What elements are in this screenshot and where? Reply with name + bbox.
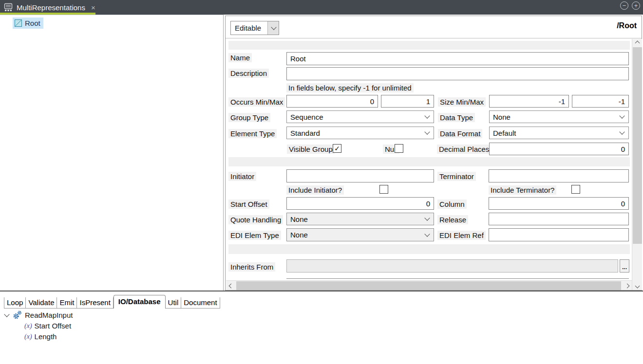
chevron-down-icon (619, 113, 624, 118)
release-input[interactable] (489, 213, 629, 225)
chevron-left-icon (228, 283, 233, 288)
tab-document[interactable]: Document (181, 297, 220, 309)
variable-icon: (x) (24, 333, 32, 341)
scroll-up-button[interactable] (632, 39, 643, 47)
titlebar: MultiRepresentations × − + (0, 0, 643, 15)
vertical-scrollbar-thumb[interactable] (633, 47, 642, 244)
checkmark-icon: ✓ (334, 145, 340, 152)
chevron-down-icon[interactable] (4, 311, 9, 317)
tab-close-icon[interactable]: × (91, 4, 95, 11)
description-label: Description (228, 69, 269, 78)
scroll-right-button[interactable] (622, 281, 632, 291)
decimal-places-input[interactable]: 0 (489, 143, 629, 155)
quote-handling-value: None (290, 215, 308, 223)
initiator-input[interactable] (286, 169, 434, 182)
data-type-value: None (493, 113, 511, 121)
terminator-input[interactable] (489, 169, 629, 182)
scroll-down-button[interactable] (632, 282, 643, 290)
release-label: Release (437, 215, 468, 224)
document-tab-title: MultiRepresentations (17, 3, 85, 12)
tab-ispresent[interactable]: IsPresent (77, 297, 113, 309)
tree-item-start-offset[interactable]: (x) Start Offset (24, 322, 71, 330)
data-type-select[interactable]: None (489, 110, 629, 123)
decimal-places-label: Decimal Places (437, 145, 491, 154)
function-panel: Loop Validate Emit IsPresent IO/Database… (0, 291, 643, 364)
minus-icon: − (623, 2, 626, 9)
edi-elem-type-select[interactable]: None (286, 228, 434, 241)
map-document-icon (4, 3, 13, 12)
description-input[interactable] (286, 67, 629, 80)
tree-item-root-label: Root (25, 19, 40, 27)
occurs-max-input[interactable]: 1 (381, 95, 434, 108)
visible-group-label: Visible Group (287, 145, 335, 154)
unlimited-info-text: In fields below, specify -1 for unlimite… (286, 83, 414, 92)
horizontal-scrollbar[interactable] (226, 280, 632, 290)
zoom-in-button[interactable]: + (632, 1, 640, 10)
visible-group-checkbox[interactable]: ✓ (333, 144, 341, 153)
element-type-label: Element Type (228, 129, 277, 138)
edi-elem-type-value: None (290, 231, 308, 239)
tree-item-start-offset-label: Start Offset (35, 322, 72, 330)
include-initiator-checkbox[interactable] (379, 185, 388, 194)
section-divider (228, 244, 630, 254)
inherits-from-label: Inherits From (228, 262, 275, 272)
column-label: Column (437, 200, 467, 209)
edi-elem-type-label: EDI Elem Type (228, 231, 281, 240)
data-format-value: Default (493, 129, 516, 137)
null-checkbox[interactable] (395, 144, 403, 153)
vertical-scrollbar[interactable] (632, 39, 642, 290)
tree-item-readmapinput[interactable]: ReadMapInput (5, 310, 73, 320)
chevron-right-icon (624, 283, 629, 288)
name-label: Name (228, 53, 252, 62)
size-max-input[interactable]: -1 (572, 95, 629, 108)
data-type-label: Data Type (438, 113, 475, 122)
size-min-input[interactable]: -1 (489, 95, 569, 108)
application-window: MultiRepresentations × − + Root Editable (0, 0, 643, 364)
tab-validate[interactable]: Validate (26, 297, 57, 309)
include-terminator-checkbox[interactable] (571, 185, 580, 194)
name-input[interactable]: Root (286, 52, 629, 65)
inherits-from-input[interactable] (286, 259, 618, 273)
edit-mode-select[interactable]: Editable (230, 21, 279, 35)
group-type-select[interactable]: Sequence (286, 110, 434, 123)
chevron-down-icon (424, 129, 430, 134)
plus-icon: + (634, 2, 638, 9)
data-format-select[interactable]: Default (489, 127, 629, 139)
tree-item-length[interactable]: (x) Length (24, 332, 57, 341)
chevron-down-icon (424, 113, 430, 118)
tab-emit[interactable]: Emit (57, 297, 77, 309)
include-terminator-label: Include Terminator? (489, 185, 556, 195)
chevron-down-icon (635, 284, 640, 289)
edi-elem-ref-input[interactable] (489, 228, 629, 241)
quote-handling-label: Quote Handling (228, 215, 283, 224)
include-initiator-label: Include Initiator? (286, 185, 344, 195)
horizontal-scrollbar-thumb[interactable] (236, 281, 621, 290)
chevron-down-icon (424, 215, 430, 220)
inherits-from-browse-button[interactable]: ... (620, 259, 629, 273)
combo-dropdown-button[interactable] (267, 21, 279, 35)
section-divider (228, 41, 630, 50)
tree-item-readmapinput-label: ReadMapInput (25, 311, 73, 319)
properties-panel: Editable /Root Name Root Description In … (225, 16, 642, 291)
initiator-label: Initiator (228, 172, 256, 181)
edit-mode-value: Editable (231, 24, 261, 32)
node-icon (15, 19, 22, 27)
start-offset-input[interactable]: 0 (286, 197, 434, 210)
tab-util[interactable]: Util (166, 297, 182, 309)
terminator-label: Terminator (437, 172, 476, 181)
node-path-label: /Root (617, 21, 637, 30)
tree-item-length-label: Length (35, 332, 57, 341)
zoom-out-button[interactable]: − (620, 1, 628, 10)
element-type-select[interactable]: Standard (286, 127, 434, 139)
group-type-value: Sequence (290, 113, 323, 121)
occurs-min-input[interactable]: 0 (286, 95, 378, 108)
scroll-left-button[interactable] (226, 281, 236, 291)
properties-toolbar: Editable /Root (226, 16, 642, 38)
schema-tree-panel: Root (0, 15, 224, 291)
tree-item-root[interactable]: Root (13, 18, 43, 29)
chevron-up-icon (635, 41, 640, 46)
tab-io-database[interactable]: IO/Database (113, 295, 166, 309)
quote-handling-select[interactable]: None (286, 213, 434, 225)
tab-loop[interactable]: Loop (4, 297, 26, 309)
column-input[interactable]: 0 (489, 197, 629, 210)
